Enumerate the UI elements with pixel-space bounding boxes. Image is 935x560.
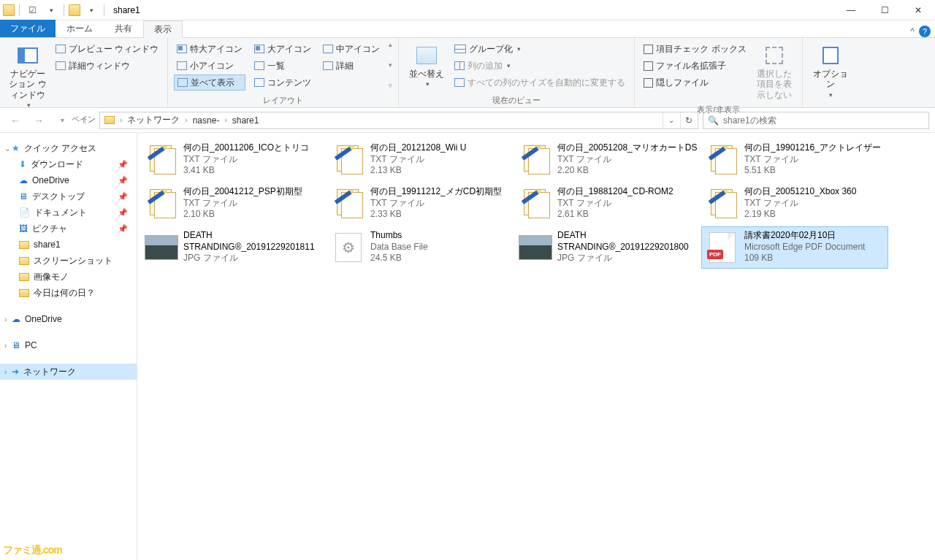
file-ext-toggle[interactable]: ファイル名拡張子 bbox=[641, 58, 749, 74]
chevron-down-icon: ▾ bbox=[507, 62, 511, 69]
file-tile[interactable]: DEATH STRANDING®_20191229201811JPG ファイル bbox=[140, 226, 327, 269]
help-icon[interactable]: ? bbox=[919, 26, 931, 37]
layout-tiles-button[interactable]: 並べて表示 bbox=[174, 74, 245, 91]
file-tile[interactable]: 何の日_19911212_メガCD初期型TXT ファイル2.33 KB bbox=[327, 183, 514, 225]
layout-content-button[interactable]: コンテンツ bbox=[251, 74, 314, 91]
tab-share[interactable]: 共有 bbox=[104, 20, 143, 37]
qat-dropdown-icon[interactable]: ▾ bbox=[43, 2, 59, 18]
tab-home[interactable]: ホーム bbox=[56, 20, 104, 37]
hidden-files-toggle[interactable]: 隠しファイル bbox=[641, 74, 749, 91]
sidebar-desktop[interactable]: 🖥デスクトップ📌 bbox=[0, 188, 137, 204]
file-name: DEATH STRANDING®_20191229201800 bbox=[557, 230, 698, 253]
sidebar-onedrive-root[interactable]: ›☁OneDrive bbox=[0, 311, 137, 327]
sidebar-onedrive[interactable]: ☁OneDrive📌 bbox=[0, 172, 137, 188]
window-title: share1 bbox=[113, 5, 140, 15]
file-tile[interactable]: 何の日_20041212_PSP初期型TXT ファイル2.10 KB bbox=[140, 183, 327, 225]
options-button[interactable]: オプション ▾ bbox=[809, 41, 852, 102]
file-name: 何の日_19901216_アクトレイザー bbox=[744, 142, 881, 154]
layout-medium-button[interactable]: 中アイコン bbox=[320, 41, 383, 57]
search-box[interactable]: 🔍 bbox=[703, 112, 929, 129]
file-tile[interactable]: DEATH STRANDING®_20191229201800JPG ファイル bbox=[514, 226, 701, 269]
sidebar-quick-access[interactable]: ⌄★クイック アクセス bbox=[0, 140, 137, 156]
file-tile[interactable]: ⚙ThumbsData Base File24.5 KB bbox=[327, 226, 514, 269]
folder-icon bbox=[19, 289, 29, 297]
sidebar-network[interactable]: ›➜ネットワーク bbox=[0, 364, 137, 380]
forward-button[interactable]: → bbox=[29, 111, 48, 130]
folder-icon bbox=[3, 4, 15, 16]
layout-small-button[interactable]: 小アイコン bbox=[174, 58, 245, 74]
hide-selected-icon bbox=[766, 47, 783, 64]
file-type: Microsoft Edge PDF Document bbox=[744, 242, 865, 253]
up-button[interactable]: ↑ bbox=[76, 111, 95, 130]
preview-pane-button[interactable]: プレビュー ウィンドウ bbox=[53, 41, 161, 57]
add-columns-button[interactable]: 列の追加▾ bbox=[451, 58, 628, 74]
qat-caret-icon[interactable]: ▾ bbox=[83, 2, 99, 18]
layout-extra-large-button[interactable]: 特大アイコン bbox=[174, 41, 245, 57]
sidebar-pc[interactable]: ›🖥PC bbox=[0, 337, 137, 353]
pictures-icon: 🖼 bbox=[19, 223, 28, 234]
autosize-columns-button[interactable]: すべての列のサイズを自動的に変更する bbox=[451, 74, 628, 91]
file-tile[interactable]: PDF請求書2020年02月10日Microsoft Edge PDF Docu… bbox=[701, 226, 888, 269]
layout-scroll-up-icon[interactable]: ▴ bbox=[389, 41, 392, 48]
file-tile[interactable]: 何の日_19881204_CD-ROM2TXT ファイル2.61 KB bbox=[514, 183, 701, 225]
sidebar-share1[interactable]: share1 bbox=[0, 237, 137, 253]
breadcrumb-folder[interactable]: share1 bbox=[229, 115, 262, 126]
recent-locations-button[interactable]: ▾ bbox=[53, 111, 72, 130]
sort-button[interactable]: 並べ替え ▾ bbox=[405, 41, 449, 93]
tab-file[interactable]: ファイル bbox=[0, 20, 56, 37]
ribbon-collapse-icon[interactable]: ^ bbox=[910, 26, 915, 37]
breadcrumb-root-icon[interactable] bbox=[102, 116, 118, 124]
tiles-icon bbox=[178, 78, 188, 87]
layout-scroll-down-icon[interactable]: ▾ bbox=[389, 61, 392, 69]
sidebar-documents[interactable]: 📄ドキュメント📌 bbox=[0, 204, 137, 220]
navigation-pane-button[interactable]: ナビゲーション ウィンドウ ▾ bbox=[6, 41, 50, 112]
file-type: TXT ファイル bbox=[183, 154, 309, 166]
file-name: 何の日_20051208_マリオカートDS bbox=[557, 142, 697, 154]
sort-icon bbox=[416, 47, 437, 64]
breadcrumb-sep-icon[interactable]: › bbox=[184, 116, 188, 124]
file-pane[interactable]: 何の日_20011206_ICOとトリコTXT ファイル3.41 KB何の日_2… bbox=[137, 133, 935, 560]
sidebar-pictures[interactable]: 🖼ピクチャ📌 bbox=[0, 220, 137, 237]
breadcrumb-host[interactable]: nasne- bbox=[190, 115, 223, 126]
file-tile[interactable]: 何の日_20051210_Xbox 360TXT ファイル2.19 KB bbox=[701, 183, 888, 225]
item-checkboxes-toggle[interactable]: 項目チェック ボックス bbox=[641, 41, 749, 57]
layout-large-button[interactable]: 大アイコン bbox=[251, 41, 314, 57]
sidebar-downloads[interactable]: ⬇ダウンロード📌 bbox=[0, 156, 137, 172]
ribbon-group-show-hide: 項目チェック ボックス ファイル名拡張子 隠しファイル 選択した項目を表示しない… bbox=[635, 38, 802, 107]
maximize-button[interactable]: ☐ bbox=[868, 0, 901, 20]
jpg-file-icon bbox=[519, 235, 552, 260]
tab-view[interactable]: 表示 bbox=[143, 20, 183, 38]
desktop-icon: 🖥 bbox=[19, 191, 28, 202]
address-bar[interactable]: › ネットワーク › nasne- › share1 ⌄ ↻ bbox=[99, 112, 698, 129]
back-button[interactable]: ← bbox=[6, 111, 25, 130]
layout-more-icon[interactable]: ▿ bbox=[389, 82, 392, 89]
file-size: 3.41 KB bbox=[183, 165, 309, 177]
file-size: 109 KB bbox=[744, 253, 865, 264]
file-size: 2.33 KB bbox=[370, 209, 502, 220]
close-button[interactable]: ✕ bbox=[901, 0, 935, 20]
minimize-button[interactable]: — bbox=[834, 0, 868, 20]
hide-selected-button[interactable]: 選択した項目を表示しない bbox=[752, 41, 796, 103]
breadcrumb-sep-icon[interactable]: › bbox=[224, 116, 227, 124]
refresh-button[interactable]: ↻ bbox=[680, 112, 696, 129]
address-dropdown-icon[interactable]: ⌄ bbox=[663, 112, 679, 129]
sidebar-screenshots[interactable]: スクリーンショット bbox=[0, 253, 137, 269]
file-tile[interactable]: 何の日_20121208_Wii UTXT ファイル2.13 KB bbox=[327, 139, 514, 181]
sidebar-gazou[interactable]: 画像モノ bbox=[0, 269, 137, 285]
layout-details-button[interactable]: 詳細 bbox=[320, 58, 383, 74]
qat-properties-icon[interactable]: ☑ bbox=[24, 2, 40, 18]
group-by-button[interactable]: グループ化▾ bbox=[451, 41, 628, 57]
txt-file-icon bbox=[145, 188, 178, 220]
details-pane-button[interactable]: 詳細ウィンドウ bbox=[53, 58, 161, 74]
checkbox-icon bbox=[644, 45, 653, 54]
breadcrumb-sep-icon[interactable]: › bbox=[119, 116, 123, 124]
search-input[interactable] bbox=[723, 115, 924, 126]
sidebar-whatday[interactable]: 今日は何の日？ bbox=[0, 285, 137, 301]
titlebar: ☑ ▾ ▾ share1 — ☐ ✕ bbox=[0, 0, 935, 20]
file-tile[interactable]: 何の日_19901216_アクトレイザーTXT ファイル5.51 KB bbox=[701, 139, 888, 181]
layout-list-button[interactable]: 一覧 bbox=[251, 58, 314, 74]
breadcrumb-network[interactable]: ネットワーク bbox=[124, 114, 183, 126]
db-file-icon: ⚙ bbox=[335, 233, 362, 262]
file-tile[interactable]: 何の日_20011206_ICOとトリコTXT ファイル3.41 KB bbox=[140, 139, 327, 181]
file-tile[interactable]: 何の日_20051208_マリオカートDSTXT ファイル2.20 KB bbox=[514, 139, 701, 181]
